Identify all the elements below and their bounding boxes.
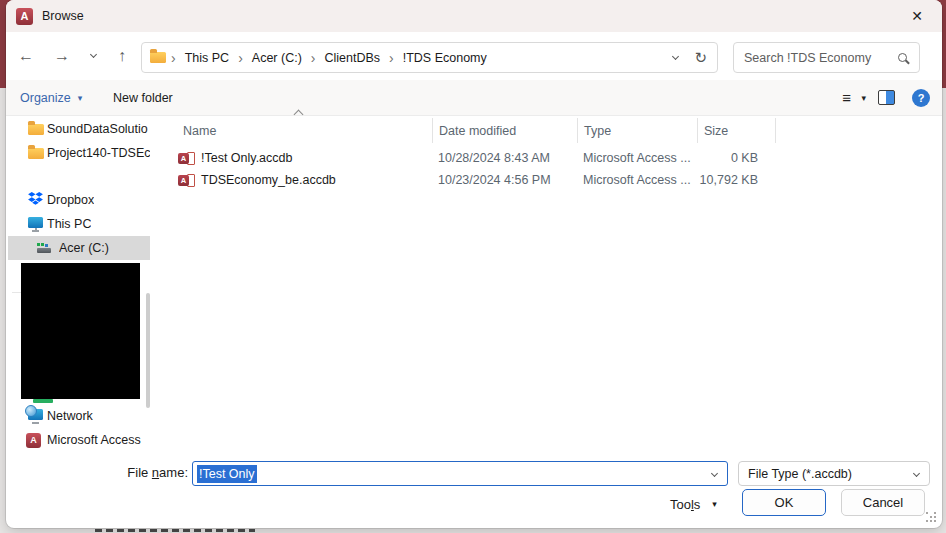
folder-icon <box>28 148 44 159</box>
caret-down-icon: ▾ <box>712 499 717 509</box>
file-type: Microsoft Access ... <box>577 151 697 165</box>
crumb-separator-icon: › <box>233 50 248 66</box>
title-bar: A Browse ✕ <box>6 0 942 32</box>
search-icon <box>898 53 907 62</box>
sidebar-item-this-pc[interactable]: This PC <box>6 212 150 236</box>
command-toolbar: Organize ▾ New folder ≡ ▾ ? <box>6 80 942 116</box>
column-header-date-modified[interactable]: Date modified <box>432 118 577 143</box>
address-bar[interactable]: › This PC › Acer (C:) › ClientDBs › !TDS… <box>141 42 718 73</box>
view-options-caret-icon[interactable]: ▾ <box>861 93 866 103</box>
breadcrumb-acer-c[interactable]: Acer (C:) <box>248 51 306 65</box>
column-header-name[interactable]: Name <box>150 118 432 143</box>
redacted-region <box>21 263 140 399</box>
breadcrumb-clientdbs[interactable]: ClientDBs <box>320 51 384 65</box>
sidebar-item-folder2[interactable]: Project140-TDSEc <box>6 141 150 165</box>
monitor-icon <box>28 217 43 228</box>
search-box[interactable]: Search !TDS Economy <box>733 42 920 73</box>
search-placeholder: Search !TDS Economy <box>744 51 898 65</box>
file-name-label: File name: <box>6 465 188 480</box>
breadcrumb-this-pc[interactable]: This PC <box>181 51 233 65</box>
resize-grip[interactable] <box>926 512 937 523</box>
access-app-icon: A <box>16 8 33 25</box>
help-icon: ? <box>918 92 925 104</box>
sidebar-item-network[interactable]: Network <box>6 404 150 428</box>
access-file-icon: A <box>178 173 195 188</box>
file-size: 10,792 KB <box>697 173 776 187</box>
cancel-button[interactable]: Cancel <box>841 489 925 516</box>
file-size: 0 KB <box>697 151 776 165</box>
sidebar-scrollbar[interactable] <box>146 293 150 408</box>
column-header-type[interactable]: Type <box>577 118 697 143</box>
ok-button[interactable]: OK <box>742 489 826 516</box>
sidebar-item-acer-c[interactable]: Acer (C:) <box>8 236 150 260</box>
window-title: Browse <box>42 9 84 23</box>
file-name-input[interactable]: !Test Only <box>192 461 728 486</box>
organize-button[interactable]: Organize ▾ <box>20 80 82 115</box>
dropbox-icon <box>28 192 43 208</box>
hidden-drive-icon-fragment <box>33 399 53 403</box>
crumb-separator-icon: › <box>166 50 181 66</box>
tools-button[interactable]: Tools ▾ <box>670 494 734 514</box>
view-options-icon[interactable]: ≡ <box>842 89 850 106</box>
crumb-separator-icon: › <box>384 50 399 66</box>
file-name: !Test Only.accdb <box>201 151 292 165</box>
up-icon: ↑ <box>118 47 126 65</box>
refresh-button[interactable]: ↻ <box>694 49 707 67</box>
new-folder-button[interactable]: New folder <box>113 80 173 115</box>
sidebar-item-folder1[interactable]: SoundDataSolutio <box>6 117 150 141</box>
access-file-icon: A <box>178 151 195 166</box>
navigation-bar: ← → ↑ › This PC › Acer (C:) › ClientDBs … <box>6 32 942 80</box>
file-name: TDSEconomy_be.accdb <box>201 173 336 187</box>
breadcrumb-tds-economy[interactable]: !TDS Economy <box>399 51 491 65</box>
browse-dialog: A Browse ✕ ← → ↑ › This PC › Acer (C:) ›… <box>6 0 942 528</box>
file-list-header: Name Date modified Type Size <box>150 118 776 143</box>
close-button[interactable]: ✕ <box>898 0 936 32</box>
back-button[interactable]: ← <box>10 40 42 72</box>
file-row-tdseconomy-be[interactable]: A TDSEconomy_be.accdb 10/23/2024 4:56 PM… <box>150 169 776 191</box>
chevron-down-icon[interactable] <box>711 470 718 477</box>
chevron-down-icon <box>913 470 920 477</box>
help-button[interactable]: ? <box>912 89 930 107</box>
up-button[interactable]: ↑ <box>106 40 138 72</box>
close-icon: ✕ <box>911 8 923 24</box>
recent-locations-button[interactable] <box>82 40 104 72</box>
file-type-select[interactable]: File Type (*.accdb) <box>738 461 930 486</box>
preview-pane-icon[interactable] <box>878 90 895 105</box>
background-statusbar-text-fragment <box>95 529 255 532</box>
folder-icon <box>150 52 166 63</box>
drive-icon <box>37 248 51 253</box>
chevron-down-icon <box>89 51 96 58</box>
sidebar-item-microsoft-access[interactable]: A Microsoft Access <box>6 428 150 452</box>
crumb-separator-icon: › <box>306 50 321 66</box>
access-icon: A <box>26 433 41 448</box>
selected-text: !Test Only <box>197 465 257 483</box>
forward-button[interactable]: → <box>46 40 78 72</box>
forward-icon: → <box>54 47 70 65</box>
file-date: 10/23/2024 4:56 PM <box>432 173 577 187</box>
folder-icon <box>28 124 44 135</box>
sidebar-item-dropbox[interactable]: Dropbox <box>6 188 150 212</box>
column-header-size[interactable]: Size <box>697 118 776 143</box>
file-date: 10/28/2024 8:43 AM <box>432 151 577 165</box>
caret-down-icon: ▾ <box>78 93 83 103</box>
address-dropdown-chevron-icon[interactable] <box>672 52 679 59</box>
file-row-test-only[interactable]: A !Test Only.accdb 10/28/2024 8:43 AM Mi… <box>150 147 776 169</box>
file-type: Microsoft Access ... <box>577 173 697 187</box>
back-icon: ← <box>18 47 34 65</box>
network-icon <box>28 409 43 420</box>
